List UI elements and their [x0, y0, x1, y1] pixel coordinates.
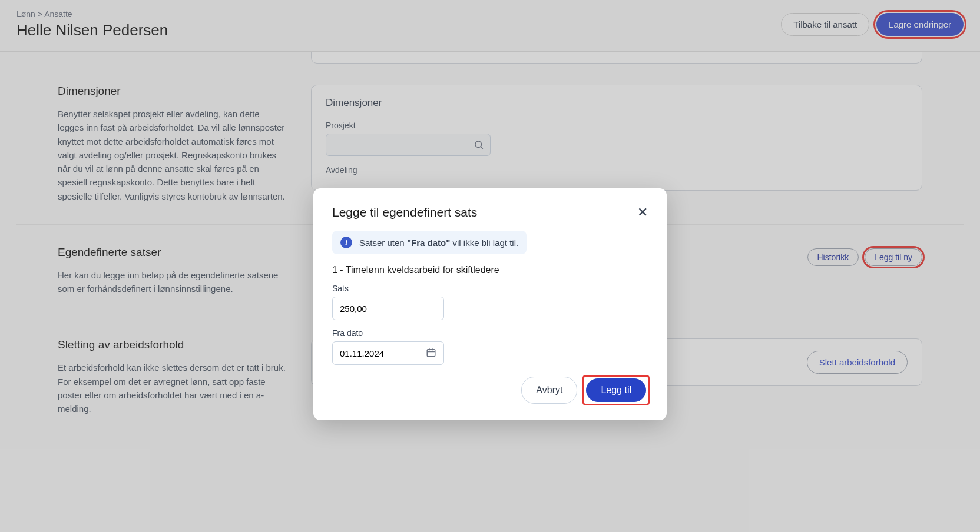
info-suffix: vil ikke bli lagt til.	[450, 238, 518, 248]
search-icon	[474, 139, 484, 152]
section-title-rates: Egendefinerte satser	[58, 246, 287, 259]
breadcrumb: Lønn > Ansatte	[16, 9, 168, 19]
breadcrumb-part1[interactable]: Lønn	[16, 9, 35, 19]
rate-input-wrap	[332, 297, 444, 320]
page-title: Helle Nilsen Pedersen	[16, 21, 168, 39]
date-input[interactable]	[340, 348, 426, 358]
rate-input[interactable]	[340, 304, 436, 314]
dimensions-panel: Dimensjoner Prosjekt Avdeling	[311, 85, 922, 191]
department-label: Avdeling	[326, 165, 908, 175]
svg-rect-2	[427, 349, 435, 356]
section-title-dimensions: Dimensjoner	[58, 85, 287, 98]
section-desc-dimensions: Benytter selskapet prosjekt eller avdeli…	[58, 107, 287, 203]
save-button[interactable]: Lagre endringer	[876, 13, 964, 36]
date-label: Fra dato	[332, 328, 648, 338]
info-prefix: Satser uten	[359, 238, 407, 248]
calendar-icon[interactable]	[426, 347, 436, 360]
section-desc-rates: Her kan du legge inn beløp på de egendef…	[58, 268, 287, 296]
section-desc-delete: Et arbeidsforhold kan ikke slettes derso…	[58, 361, 287, 415]
info-text: Satser uten "Fra dato" vil ikke bli lagt…	[359, 238, 518, 248]
header-actions: Tilbake til ansatt Lagre endringer	[781, 13, 964, 36]
info-box: i Satser uten "Fra dato" vil ikke bli la…	[332, 231, 527, 254]
back-button[interactable]: Tilbake til ansatt	[781, 13, 869, 36]
cancel-button[interactable]: Avbryt	[521, 377, 577, 404]
breadcrumb-part2[interactable]: Ansatte	[44, 9, 72, 19]
modal-subtitle: 1 - Timelønn kveldsarbeid for skiftleder…	[332, 265, 648, 275]
add-button-highlight: Legg til	[584, 377, 648, 404]
rate-label: Sats	[332, 284, 648, 293]
breadcrumb-separator: >	[38, 9, 42, 19]
delete-button[interactable]: Slett arbeidsforhold	[807, 351, 908, 374]
add-rate-button[interactable]: Legg til ny	[865, 248, 922, 266]
history-button[interactable]: Historikk	[807, 248, 859, 266]
svg-point-0	[475, 141, 482, 148]
project-label: Prosjekt	[326, 121, 908, 130]
add-button[interactable]: Legg til	[586, 378, 646, 402]
section-title-delete: Sletting av arbeidsforhold	[58, 338, 287, 351]
info-icon: i	[340, 237, 352, 248]
page-header: Lønn > Ansatte Helle Nilsen Pedersen Til…	[0, 0, 980, 52]
project-input[interactable]	[326, 134, 491, 156]
date-input-wrap	[332, 341, 444, 365]
info-bold: "Fra dato"	[407, 238, 450, 248]
dimensions-panel-title: Dimensjoner	[326, 97, 908, 109]
add-rate-modal: Legge til egendefinert sats ✕ i Satser u…	[313, 188, 667, 420]
modal-title: Legge til egendefinert sats	[332, 205, 477, 220]
svg-line-1	[481, 147, 482, 148]
close-icon[interactable]: ✕	[637, 205, 648, 220]
